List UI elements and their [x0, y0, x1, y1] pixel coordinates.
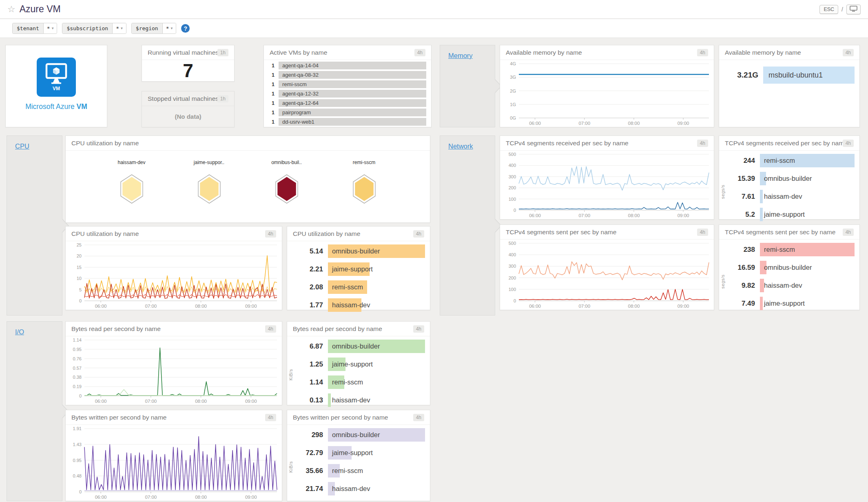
favorite-star-icon[interactable]: ☆ [7, 4, 16, 15]
template-var-tenant[interactable]: $tenant *▼ [12, 23, 57, 34]
svg-text:09:00: 09:00 [245, 495, 257, 500]
svg-text:0: 0 [79, 298, 82, 303]
svg-text:07:00: 07:00 [578, 304, 590, 309]
toplist-value: 7.49 [719, 300, 755, 308]
svg-text:0.19: 0.19 [73, 384, 82, 389]
section-card-memory: Memory [440, 45, 495, 127]
hexmap-host[interactable]: haissam-dev [111, 160, 152, 204]
svg-text:07:00: 07:00 [145, 495, 157, 500]
toplist-label: omnibus-builder [328, 340, 425, 353]
svg-text:4G: 4G [510, 61, 516, 66]
toplist-row: 2.08remi-sscm [287, 280, 425, 294]
svg-text:2G: 2G [510, 89, 516, 93]
toplist-value: 15.39 [719, 175, 755, 183]
svg-text:20: 20 [77, 253, 82, 258]
toplist-row: 0.13haissam-dev [287, 393, 425, 407]
hexmap-host[interactable]: omnibus-buil.. [266, 160, 307, 204]
dashboard-page: ☆ Azure VM ESC / $tenant *▼ $subscriptio… [0, 0, 868, 502]
toplist-label: jaime-support [328, 262, 425, 276]
toplist-row: 2.21jaime-support [287, 262, 425, 276]
section-link-io[interactable]: I/O [15, 328, 24, 336]
toplist-label: haissam-dev [328, 298, 425, 312]
toplist-value: 35.66 [287, 467, 323, 475]
toplist-label: remi-sscm [328, 375, 425, 389]
toplist-row: 6.87omnibus-builder [287, 340, 425, 353]
fullscreen-button[interactable] [846, 4, 861, 14]
svg-text:08:00: 08:00 [628, 304, 640, 309]
svg-text:1G: 1G [510, 102, 516, 107]
chevron-down-icon: ▼ [52, 27, 54, 30]
widget-tcp-sent-toplist: TCPv4 segments sent per sec by name4h se… [719, 224, 860, 310]
hexmap-host[interactable]: remi-sscm [344, 160, 385, 204]
section-link-memory[interactable]: Memory [448, 52, 473, 60]
widget-available-memory-toplist: Available memory by name4h 3.21Gmsbuild-… [719, 45, 860, 127]
toplist-row: 1dd-usrv-web1 [264, 118, 426, 126]
esc-key-button[interactable]: ESC [819, 5, 838, 14]
toplist-row: 1remi-sscm [264, 80, 426, 88]
header-bar: ☆ Azure VM ESC / [0, 0, 868, 19]
section-link-network[interactable]: Network [448, 142, 473, 150]
svg-text:06:00: 06:00 [529, 213, 541, 218]
toplist-label: jaime-support [328, 358, 425, 371]
svg-text:07:00: 07:00 [578, 121, 590, 126]
toplist-value: 6.87 [287, 342, 323, 351]
toplist-value: 1 [264, 100, 275, 106]
svg-text:0: 0 [514, 208, 516, 213]
toplist-row: 298omnibus-builder [287, 428, 425, 442]
hexmap-host-label: omnibus-buil.. [271, 160, 302, 165]
help-icon[interactable]: ? [181, 24, 190, 33]
svg-text:400: 400 [509, 163, 516, 168]
template-var-subscription[interactable]: $subscription *▼ [62, 23, 126, 34]
toplist-value: 1 [264, 63, 275, 69]
toplist-label: remi-sscm [279, 80, 426, 88]
toplist-row: 9.82haissam-dev [719, 279, 855, 292]
toplist-row: 16.59omnibus-builder [719, 261, 855, 274]
toplist-value: 16.59 [719, 264, 755, 272]
svg-text:07:00: 07:00 [578, 213, 590, 218]
section-card-io: I/O [7, 321, 62, 501]
section-card-cpu: CPU [7, 135, 62, 315]
svg-text:0: 0 [514, 298, 516, 303]
toplist-value: 298 [287, 431, 323, 439]
toplist-label: omnibus-builder [328, 244, 425, 258]
timeframe-badge: 4h [413, 414, 424, 421]
svg-text:06:00: 06:00 [529, 304, 541, 309]
toplist-label: haissam-dev [328, 393, 425, 407]
toplist-label: omnibus-builder [328, 428, 425, 442]
chevron-down-icon: ▼ [121, 27, 123, 30]
hexagon-icon [353, 174, 376, 204]
svg-text:25: 25 [77, 242, 82, 247]
widget-cpu-toplist: CPU utilization by name4h 5.14omnibus-bu… [287, 226, 430, 310]
hexagon-icon [120, 174, 143, 204]
svg-text:3G: 3G [510, 75, 516, 80]
svg-text:15: 15 [77, 265, 82, 270]
svg-text:100: 100 [509, 287, 516, 292]
hexmap-host[interactable]: jaime-suppor.. [189, 160, 230, 204]
widget-bytes-written-toplist: Bytes written per second by name4h KiB/s… [287, 410, 430, 501]
timeframe-badge: 1h [217, 49, 228, 56]
toplist-label: remi-sscm [760, 243, 855, 256]
toplist-row: 21.74haissam-dev [287, 482, 425, 495]
svg-text:0.76: 0.76 [73, 356, 82, 361]
toplist-row: 1.25jaime-support [287, 358, 425, 371]
timeframe-badge: 4h [265, 414, 276, 421]
toplist-label: jaime-support [328, 446, 425, 460]
hexagon-icon [198, 174, 221, 204]
section-link-cpu[interactable]: CPU [15, 142, 29, 150]
widget-available-memory-chart: Available memory by name4h 0G1G2G3G4G06:… [500, 45, 714, 127]
svg-text:100: 100 [509, 197, 516, 202]
toplist-label: remi-sscm [760, 154, 855, 167]
widget-cpu-hexmap: CPU utilization by name haissam-devjaime… [65, 135, 430, 223]
stopped-vms-value: (No data) [142, 106, 234, 127]
hexmap-host-label: jaime-suppor.. [194, 160, 224, 165]
hexmap-host-label: remi-sscm [353, 160, 375, 165]
widget-cpu-chart: CPU utilization by name4h 051015202506:0… [65, 226, 282, 310]
svg-text:0: 0 [79, 393, 82, 398]
page-title: Azure VM [20, 4, 61, 15]
template-var-region[interactable]: $region *▼ [131, 23, 176, 34]
svg-text:06:00: 06:00 [95, 495, 107, 500]
timeframe-badge: 4h [265, 325, 276, 333]
toplist-row: 7.49jaime-support [719, 297, 855, 310]
toplist-value: 1.14 [287, 378, 323, 386]
hexagon-icon [275, 174, 298, 204]
